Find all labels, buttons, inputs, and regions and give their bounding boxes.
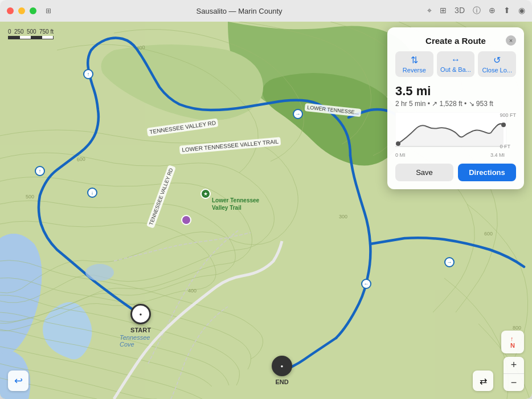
stat-gain: ↗ 1,528 ft xyxy=(432,100,462,108)
traffic-lights xyxy=(7,7,36,14)
share-icon[interactable]: ⬆ xyxy=(504,6,510,16)
location-icon[interactable]: ⌖ xyxy=(427,6,432,16)
panel-buttons: Save Directions xyxy=(395,164,516,181)
back-button[interactable]: ↩ xyxy=(8,370,28,391)
zoom-out-button[interactable]: − xyxy=(504,374,524,391)
zoom-controls: + − xyxy=(504,357,524,391)
direction-arrow-2: → xyxy=(293,109,303,119)
close-button[interactable] xyxy=(7,7,14,14)
reverse-label: Reverse xyxy=(403,67,426,74)
svg-text:600: 600 xyxy=(76,156,85,162)
zoom-web-icon[interactable]: ⊕ xyxy=(489,6,496,16)
minimize-button[interactable] xyxy=(18,7,25,14)
reverse-button[interactable]: ⇅ Reverse xyxy=(395,51,433,77)
map-container[interactable]: 600 500 300 600 400 400 800 xyxy=(0,22,532,399)
window-title: Sausalito — Marin County xyxy=(56,7,423,15)
elev-min-label: 0 FT xyxy=(500,144,516,149)
scale-segment-dark xyxy=(9,36,20,39)
scale-segment-light2 xyxy=(42,36,54,39)
map-filter-button[interactable]: ⇄ xyxy=(473,370,493,391)
start-marker: ● xyxy=(130,304,151,324)
svg-point-11 xyxy=(396,141,400,146)
stat-separator2: • xyxy=(464,100,469,108)
bottom-controls: ↑N + − xyxy=(501,331,524,391)
scale-ruler xyxy=(8,36,54,39)
out-back-label: Out & Ba... xyxy=(440,66,471,73)
route-panel: Create a Route × ⇅ Reverse ↔ Out & Ba...… xyxy=(387,27,524,189)
compass[interactable]: ↑N xyxy=(501,331,524,353)
layers-icon[interactable]: ⊞ xyxy=(440,6,447,16)
save-button[interactable]: Save xyxy=(395,164,453,181)
toolbar-icons: ⌖ ⊞ 3D ⓘ ⊕ ⬆ ◉ xyxy=(427,6,525,16)
end-label: END xyxy=(275,378,288,385)
scale-bar: 0 250 500 750 ft xyxy=(8,28,54,39)
route-stats: 3.5 mi 2 hr 5 min • ↗ 1,528 ft • ↘ 953 f… xyxy=(395,84,516,108)
filter-icon: ⇄ xyxy=(480,376,487,386)
scale-segment-light xyxy=(20,36,31,39)
zoom-in-button[interactable]: + xyxy=(504,357,524,374)
out-back-icon: ↔ xyxy=(451,55,460,65)
scale-segment-dark2 xyxy=(31,36,42,39)
svg-text:800: 800 xyxy=(513,325,521,331)
start-marker-container: ● START xyxy=(130,304,151,324)
panel-close-button[interactable]: × xyxy=(506,35,516,46)
maximize-button[interactable] xyxy=(30,7,36,14)
direction-arrow-3: ↑ xyxy=(35,166,45,176)
svg-point-9 xyxy=(182,215,191,225)
account-icon[interactable]: ◉ xyxy=(518,6,525,16)
close-loop-button[interactable]: ↺ Close Lo... xyxy=(478,51,516,77)
dist-end-label: 3.4 MI xyxy=(490,152,505,158)
elev-max-label: 900 FT xyxy=(500,112,516,118)
poi-label-lower-tennessee: Lower TennesseeValley Trail xyxy=(210,196,261,213)
compass-label: ↑N xyxy=(510,335,515,349)
dist-start-label: 0 MI xyxy=(395,152,406,158)
reverse-icon: ⇅ xyxy=(411,55,418,66)
close-loop-icon: ↺ xyxy=(493,55,501,66)
stat-detail: 2 hr 5 min • ↗ 1,528 ft • ↘ 953 ft xyxy=(395,100,516,108)
svg-text:400: 400 xyxy=(188,288,197,294)
direction-arrow-4: ↓ xyxy=(87,188,97,198)
water-label-tennessee-cove: TennesseeCove xyxy=(120,334,150,348)
scale-labels: 0 250 500 750 ft xyxy=(8,28,54,35)
elevation-labels-bottom: 0 MI 3.4 MI xyxy=(395,152,505,158)
info-icon[interactable]: ⓘ xyxy=(473,6,481,16)
elevation-labels-right: 900 FT 0 FT xyxy=(500,112,516,149)
main-window: ⊞ Sausalito — Marin County ⌖ ⊞ 3D ⓘ ⊕ ⬆ … xyxy=(0,0,532,399)
back-icon: ↩ xyxy=(14,374,23,387)
end-marker: ● xyxy=(272,356,292,376)
3d-label[interactable]: 3D xyxy=(455,6,465,16)
direction-arrow-6: → xyxy=(444,257,455,267)
window-icon: ⊞ xyxy=(46,7,51,15)
poi-marker-lower-tennessee[interactable]: ★ xyxy=(200,189,211,199)
direction-arrow-5: ← xyxy=(361,279,371,289)
start-label: START xyxy=(130,327,151,333)
route-actions: ⇅ Reverse ↔ Out & Ba... ↺ Close Lo... xyxy=(395,51,516,77)
titlebar: ⊞ Sausalito — Marin County ⌖ ⊞ 3D ⓘ ⊕ ⬆ … xyxy=(0,0,532,22)
stat-loss: ↘ 953 ft xyxy=(469,100,493,108)
stat-distance: 3.5 mi xyxy=(395,84,516,99)
directions-button[interactable]: Directions xyxy=(458,164,516,181)
direction-arrow-1: ↑ xyxy=(83,69,93,79)
svg-text:600: 600 xyxy=(484,231,493,237)
panel-header: Create a Route × xyxy=(395,35,516,46)
svg-text:300: 300 xyxy=(339,214,347,219)
out-back-button[interactable]: ↔ Out & Ba... xyxy=(437,51,475,77)
elevation-chart: 900 FT 0 FT 0 MI 3.4 MI xyxy=(395,112,516,158)
stat-time: 2 hr 5 min xyxy=(395,100,425,108)
svg-text:500: 500 xyxy=(26,194,34,199)
svg-point-8 xyxy=(85,264,114,281)
panel-title: Create a Route xyxy=(406,36,506,46)
end-marker-container: ● END xyxy=(272,356,292,376)
close-loop-label: Close Lo... xyxy=(482,67,512,74)
